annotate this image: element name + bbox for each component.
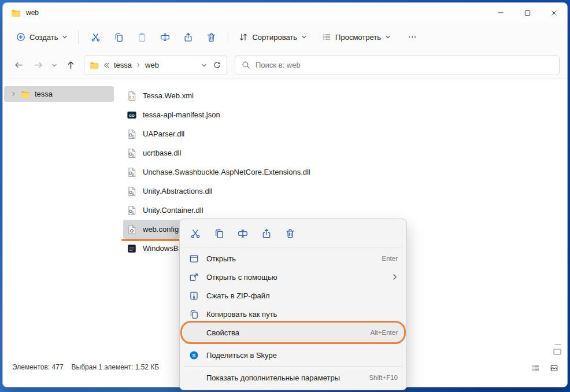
- command-bar: Создать Сортировать: [3, 23, 567, 51]
- skype-icon: S: [188, 350, 199, 361]
- close-button[interactable]: [541, 3, 567, 23]
- menu-item-label: Сжать в ZIP-файл: [206, 291, 398, 300]
- share-icon: [261, 228, 272, 239]
- delete-button[interactable]: [283, 225, 297, 242]
- file-name: ucrtbase.dll: [143, 149, 181, 157]
- view-button[interactable]: Просмотреть: [317, 28, 396, 46]
- navigation-bar: tessa web Поиск в: web: [3, 51, 567, 79]
- folder-icon: [90, 61, 99, 70]
- menu-divider: [184, 343, 402, 344]
- dll-file-icon: [127, 129, 137, 139]
- details-view-button[interactable]: [528, 361, 543, 375]
- share-icon: [183, 32, 193, 42]
- ellipsis-icon: [408, 32, 417, 42]
- rename-button[interactable]: [236, 225, 250, 242]
- breadcrumb-item-web[interactable]: web: [145, 61, 159, 69]
- menu-item-shortcut: Enter: [382, 255, 398, 262]
- file-row-selected[interactable]: web.config: [123, 220, 186, 239]
- minimize-button[interactable]: [487, 3, 514, 23]
- thumbnail-view-button[interactable]: [546, 361, 561, 375]
- thumbnail-view-icon: [550, 364, 558, 372]
- copy-icon: [214, 228, 224, 239]
- forward-arrow-icon: [34, 60, 43, 70]
- svg-text:S: S: [193, 352, 196, 358]
- file-name: UAParser.dll: [143, 130, 184, 138]
- menu-item-copy-as-path[interactable]: Копировать как путь: [183, 305, 404, 323]
- folder-icon: [11, 8, 21, 18]
- address-dropdown-chevron-icon[interactable]: [201, 62, 207, 68]
- sort-icon: [239, 32, 248, 42]
- details-view-icon: [531, 364, 540, 372]
- copy-path-icon: [188, 309, 199, 320]
- address-bar[interactable]: tessa web: [84, 56, 227, 75]
- dll-file-icon: [127, 167, 137, 177]
- search-input[interactable]: Поиск в: web: [235, 56, 560, 75]
- breadcrumb-chevron-icon[interactable]: [136, 62, 141, 68]
- forward-button[interactable]: [28, 56, 48, 75]
- history-chevron-button[interactable]: [48, 56, 61, 75]
- delete-button[interactable]: [199, 26, 223, 48]
- share-button[interactable]: [176, 26, 199, 48]
- menu-item-show-more-options[interactable]: Показать дополнительные параметры Shift+…: [183, 368, 404, 387]
- go-file-icon: GO: [127, 110, 137, 120]
- sort-button[interactable]: Сортировать: [234, 28, 312, 46]
- breadcrumb-collapsed-icon[interactable]: [103, 62, 110, 69]
- menu-item-label: Свойства: [206, 328, 363, 337]
- toolbar-separator: [228, 30, 228, 44]
- back-button[interactable]: [9, 56, 28, 75]
- menu-divider: [184, 366, 402, 367]
- menu-item-shortcut: Shift+F10: [369, 374, 398, 381]
- menu-item-label: Поделиться в Skype: [206, 351, 398, 360]
- maximize-button[interactable]: [514, 3, 541, 23]
- cut-button[interactable]: [188, 225, 202, 242]
- context-menu-icon-row: [183, 222, 404, 245]
- file-row[interactable]: Unity.Container.dll: [123, 201, 210, 220]
- toolbar-separator: [78, 30, 79, 44]
- file-row[interactable]: UAParser.dll: [123, 124, 191, 143]
- file-row[interactable]: Unchase.Swashbuckle.AspNetCore.Extension…: [123, 162, 317, 182]
- copy-button[interactable]: [107, 26, 130, 48]
- config-file-icon: [127, 224, 137, 235]
- dash-icon: [554, 343, 562, 346]
- file-row[interactable]: Unity.Abstractions.dll: [123, 182, 219, 201]
- menu-item-share-skype[interactable]: S Поделиться в Skype: [183, 346, 404, 364]
- sort-button-label: Сортировать: [252, 33, 297, 42]
- menu-item-properties[interactable]: Свойства Alt+Enter: [183, 323, 404, 342]
- cut-button[interactable]: [84, 26, 107, 48]
- menu-item-label: Копировать как путь: [206, 310, 398, 319]
- back-arrow-icon: [14, 60, 24, 70]
- menu-item-compress-zip[interactable]: Сжать в ZIP-файл: [183, 286, 404, 305]
- search-icon: [242, 61, 250, 69]
- more-options-button[interactable]: [401, 26, 424, 48]
- sidebar-item-tessa[interactable]: tessa: [4, 86, 114, 102]
- rename-button[interactable]: [153, 26, 176, 48]
- corner-box-icon: [553, 348, 562, 356]
- up-button[interactable]: [61, 56, 80, 75]
- new-button-label: Создать: [29, 33, 58, 42]
- file-row[interactable]: ucrtbase.dll: [123, 143, 188, 162]
- sidebar-item-label: tessa: [35, 90, 53, 98]
- search-placeholder: Поиск в: web: [256, 61, 301, 69]
- copy-button[interactable]: [212, 225, 226, 242]
- share-button[interactable]: [260, 225, 273, 242]
- paste-button[interactable]: [130, 26, 153, 48]
- menu-item-open-with[interactable]: Открыть с помощью: [183, 268, 404, 286]
- status-selection-size: Выбран 1 элемент: 1.52 КБ: [72, 363, 160, 371]
- zip-icon: [188, 290, 199, 301]
- refresh-icon[interactable]: [213, 61, 221, 69]
- file-name: Tessa.Web.xml: [143, 91, 194, 100]
- new-button[interactable]: Создать: [11, 28, 73, 46]
- breadcrumb-item-tessa[interactable]: tessa: [114, 61, 132, 69]
- file-name: Unity.Container.dll: [143, 206, 203, 215]
- menu-item-open[interactable]: Открыть Enter: [183, 249, 404, 268]
- file-row[interactable]: GO tessa-api-manifest.json: [123, 105, 227, 124]
- xml-file-icon: [127, 91, 137, 101]
- titlebar: web: [3, 3, 567, 23]
- expand-chevron-icon[interactable]: [11, 91, 16, 97]
- trash-icon: [206, 32, 216, 42]
- file-row[interactable]: Tessa.Web.xml: [123, 86, 201, 105]
- dll-file-icon: [127, 148, 137, 158]
- folder-icon: [21, 90, 30, 99]
- svg-text:GO: GO: [129, 113, 135, 117]
- file-name: Unchase.Swashbuckle.AspNetCore.Extension…: [143, 168, 310, 176]
